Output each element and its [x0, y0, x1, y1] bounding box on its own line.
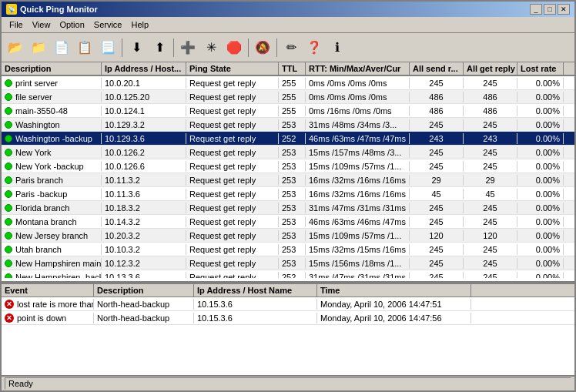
stop-button[interactable]: 🛑 — [223, 37, 245, 59]
table-row[interactable]: file server 10.0.125.20 Request get repl… — [2, 90, 574, 104]
close-button[interactable]: ✕ — [558, 4, 570, 15]
menu-option[interactable]: Option — [55, 18, 89, 31]
error-icon: ✕ — [5, 300, 14, 309]
cell-desc: New Jersey branch — [2, 230, 102, 241]
event-row[interactable]: ✕ point is down North-head-backup 10.15.… — [2, 311, 574, 325]
download-button[interactable]: ⬇ — [126, 37, 147, 59]
desc-text: New York -backup — [15, 162, 84, 171]
table-row[interactable]: Paris branch 10.11.3.2 Request get reply… — [2, 173, 574, 187]
cell-lost: 0.00% — [517, 119, 564, 130]
table-row[interactable]: New Jersey branch 10.20.3.2 Request get … — [2, 229, 574, 243]
upload-button[interactable]: ⬆ — [149, 37, 170, 59]
cell-ttl: 253 — [279, 244, 306, 255]
status-dot — [5, 107, 12, 115]
new-folder-button[interactable]: 📁 — [28, 37, 49, 59]
table-row[interactable]: print server 10.0.20.1 Request get reply… — [2, 76, 574, 90]
status-dot — [5, 93, 12, 101]
header-ttl: TTL — [279, 62, 306, 75]
desc-text: print server — [15, 79, 58, 88]
asterisk-button[interactable]: ✳ — [200, 37, 222, 59]
toolbar-separator-4 — [276, 39, 277, 57]
table-row[interactable]: Florida branch 10.18.3.2 Request get rep… — [2, 201, 574, 215]
table-row[interactable]: Utah branch 10.10.3.2 Request get reply … — [2, 243, 574, 256]
menu-service[interactable]: Service — [89, 18, 127, 31]
header-send: All send r... — [410, 62, 464, 75]
cell-ip: 10.0.126.2 — [102, 147, 186, 158]
table-row[interactable]: main-3550-48 10.0.124.1 Request get repl… — [2, 104, 574, 118]
cell-send: 245 — [410, 244, 464, 255]
menu-bar: File View Option Service Help — [2, 17, 574, 33]
cell-desc: Washington — [2, 119, 102, 130]
cell-rtt: 31ms /47ms /31ms /31ms — [306, 203, 410, 213]
cell-desc: New York — [2, 147, 102, 158]
cell-lost: 0.00% — [517, 92, 564, 102]
cell-lost: 0.00% — [517, 133, 564, 144]
event-cell-ip: 10.15.3.6 — [194, 313, 317, 323]
edit-button[interactable]: ✏ — [280, 37, 302, 59]
info-button[interactable]: ℹ — [327, 37, 348, 59]
cell-ping: Request get reply — [186, 175, 279, 186]
cell-rtt: 0ms /16ms /0ms /0ms — [306, 106, 410, 116]
event-row[interactable]: ✕ lost rate is more than switch North-he… — [2, 297, 574, 311]
table-rows: print server 10.0.20.1 Request get reply… — [2, 76, 574, 278]
cell-ttl: 253 — [279, 230, 306, 241]
event-header-time: Time — [317, 284, 471, 297]
cell-ip: 10.11.3.6 — [102, 189, 186, 199]
add-button[interactable]: ➕ — [177, 37, 199, 59]
table-row[interactable]: New Hampshiren -backup 10.13.3.6 Request… — [2, 270, 574, 278]
status-dot — [5, 162, 12, 170]
window-title: Quick Ping Monitor — [20, 5, 98, 14]
table-row[interactable]: New York 10.0.126.2 Request get reply 25… — [2, 146, 574, 159]
menu-file[interactable]: File — [5, 18, 28, 31]
events-area: Event Description Ip Address / Host Name… — [2, 283, 574, 375]
help-button[interactable]: ❓ — [303, 37, 325, 59]
blank-doc-button[interactable]: 📃 — [97, 37, 119, 59]
cell-reply: 245 — [464, 119, 517, 130]
cell-ping: Request get reply — [186, 258, 279, 269]
header-reply: All get reply — [464, 62, 517, 75]
cell-ttl: 253 — [279, 189, 306, 199]
status-dot — [5, 190, 12, 198]
cell-reply: 486 — [464, 92, 517, 102]
cell-send: 486 — [410, 92, 464, 102]
table-row[interactable]: Montana branch 10.14.3.2 Request get rep… — [2, 215, 574, 229]
cell-lost: 0.00% — [517, 106, 564, 116]
desc-text: Washington — [15, 120, 60, 129]
cell-ip: 10.12.3.2 — [102, 258, 186, 269]
table-row[interactable]: Washington -backup 10.129.3.6 Request ge… — [2, 132, 574, 146]
header-rtt: RTT: Min/Max/Aver/Cur — [306, 62, 410, 75]
table-row[interactable]: Washington 10.129.3.2 Request get reply … — [2, 118, 574, 132]
menu-view[interactable]: View — [28, 18, 55, 31]
cell-desc: file server — [2, 92, 102, 102]
cell-rtt: 46ms /63ms /47ms /47ms — [306, 133, 410, 144]
cell-rtt: 15ms /109ms /57ms /1... — [306, 161, 410, 172]
table-row[interactable]: Paris -backup 10.11.3.6 Request get repl… — [2, 187, 574, 201]
cell-lost: 0.00% — [517, 161, 564, 172]
cell-ip: 10.0.20.1 — [102, 78, 186, 89]
cell-reply: 245 — [464, 258, 517, 269]
open-folder-button[interactable]: 📂 — [5, 37, 26, 59]
cell-rtt: 46ms /63ms /46ms /47ms — [306, 216, 410, 227]
header-ping: Ping State — [186, 62, 279, 75]
cell-lost: 0.00% — [517, 272, 564, 279]
mute-button[interactable]: 🔕 — [252, 37, 273, 59]
desc-text: Paris -backup — [15, 189, 67, 199]
copy-button[interactable]: 📋 — [74, 37, 95, 59]
cell-send: 120 — [410, 230, 464, 241]
desc-text: file server — [15, 92, 52, 102]
status-dot — [5, 149, 12, 156]
minimize-button[interactable]: _ — [530, 4, 542, 15]
table-row[interactable]: New York -backup 10.0.126.6 Request get … — [2, 159, 574, 173]
cell-reply: 45 — [464, 189, 517, 199]
status-bar: Ready — [2, 375, 574, 390]
event-header-desc: Description — [94, 284, 194, 297]
document-button[interactable]: 📄 — [51, 37, 72, 59]
table-row[interactable]: New Hampshiren main 10.12.3.2 Request ge… — [2, 256, 574, 270]
cell-desc: New Hampshiren main — [2, 258, 102, 269]
menu-help[interactable]: Help — [127, 18, 154, 31]
desc-text: Washington -backup — [15, 134, 92, 143]
cell-rtt: 16ms /32ms /16ms /16ms — [306, 175, 410, 186]
cell-ttl: 253 — [279, 203, 306, 213]
maximize-button[interactable]: □ — [544, 4, 556, 15]
cell-send: 29 — [410, 175, 464, 186]
